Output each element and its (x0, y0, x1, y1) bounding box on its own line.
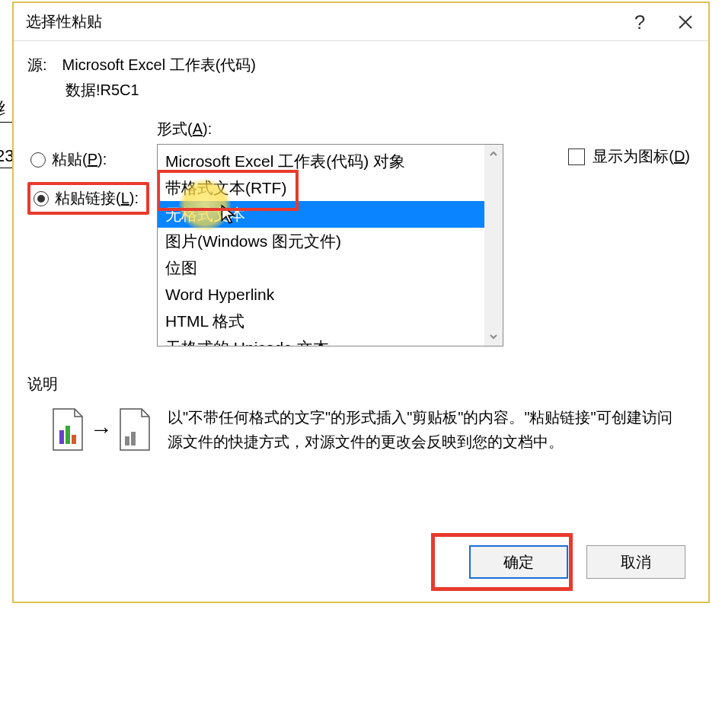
description-text: 以"不带任何格式的文字"的形式插入"剪贴板"的内容。"粘贴链接"可创建访问源文件… (168, 405, 690, 454)
list-item[interactable]: Word Hyperlink (158, 281, 503, 308)
scroll-down-icon[interactable] (484, 327, 503, 346)
close-icon (677, 14, 694, 30)
help-button[interactable]: ? (617, 3, 663, 41)
list-item[interactable]: 带格式文本(RTF) (158, 174, 503, 201)
radio-paste-label: 粘贴(P): (52, 149, 107, 170)
list-item[interactable]: 无格式的 Unicode 文本 (158, 334, 503, 346)
checkbox-icon (568, 148, 585, 165)
title-controls: ? (617, 3, 708, 41)
options-column: 显示为图标(D) (565, 119, 690, 167)
cancel-button[interactable]: 取消 (586, 545, 685, 579)
svg-rect-5 (125, 436, 129, 445)
radio-column: 粘贴(P): 粘贴链接(L): (27, 119, 149, 224)
list-item[interactable]: Microsoft Excel 工作表(代码) 对象 (158, 148, 503, 174)
dialog-body: 源: Microsoft Excel 工作表(代码) 数据!R5C1 粘贴(P)… (14, 41, 708, 602)
description-icons: → (27, 405, 152, 454)
source-row: 源: Microsoft Excel 工作表(代码) (27, 55, 690, 75)
titlebar: 选择性粘贴 ? (14, 3, 708, 41)
list-item[interactable]: 图片(Windows 图元文件) (158, 228, 503, 254)
button-row: 确定 取消 (469, 545, 685, 579)
radio-icon (34, 191, 49, 206)
radio-paste-link-label: 粘贴链接(L): (55, 188, 139, 209)
source-label: 源: (27, 55, 58, 75)
list-item[interactable]: HTML 格式 (158, 308, 503, 334)
list-item[interactable]: 无格式文本 (158, 201, 503, 228)
format-column: 形式(A): Microsoft Excel 工作表(代码) 对象 带格式文本(… (157, 119, 557, 346)
radio-paste-link[interactable]: 粘贴链接(L): (27, 182, 149, 215)
chart-document-icon (50, 407, 85, 452)
radio-paste[interactable]: 粘贴(P): (27, 146, 149, 173)
svg-rect-2 (59, 430, 64, 444)
close-button[interactable] (663, 3, 708, 41)
document-icon (117, 407, 152, 452)
source-value: Microsoft Excel 工作表(代码) (62, 56, 256, 73)
scrollbar[interactable] (484, 145, 503, 346)
list-item[interactable]: 位图 (158, 254, 503, 281)
format-label: 形式(A): (157, 119, 212, 139)
svg-rect-3 (65, 426, 70, 444)
source-sub: 数据!R5C1 (27, 80, 690, 101)
show-as-icon-check[interactable]: 显示为图标(D) (568, 146, 690, 167)
svg-rect-4 (72, 435, 76, 444)
paste-special-dialog: 选择性粘贴 ? 源: Microsoft Excel 工作表(代码) 数据!R5… (12, 2, 710, 603)
ok-button[interactable]: 确定 (469, 545, 568, 579)
format-listbox[interactable]: Microsoft Excel 工作表(代码) 对象 带格式文本(RTF) 无格… (157, 144, 503, 346)
description-title: 说明 (27, 374, 690, 394)
scroll-up-icon[interactable] (484, 145, 503, 163)
arrow-icon: → (90, 417, 113, 442)
description-section: 说明 → 以"不带任何格式的文字"的形式插入"剪贴板"的内容。"粘贴链接"可创建… (27, 374, 690, 454)
radio-icon (30, 152, 46, 168)
dialog-title: 选择性粘贴 (14, 11, 102, 32)
show-as-icon-label: 显示为图标(D) (593, 146, 690, 167)
svg-rect-6 (131, 432, 136, 445)
